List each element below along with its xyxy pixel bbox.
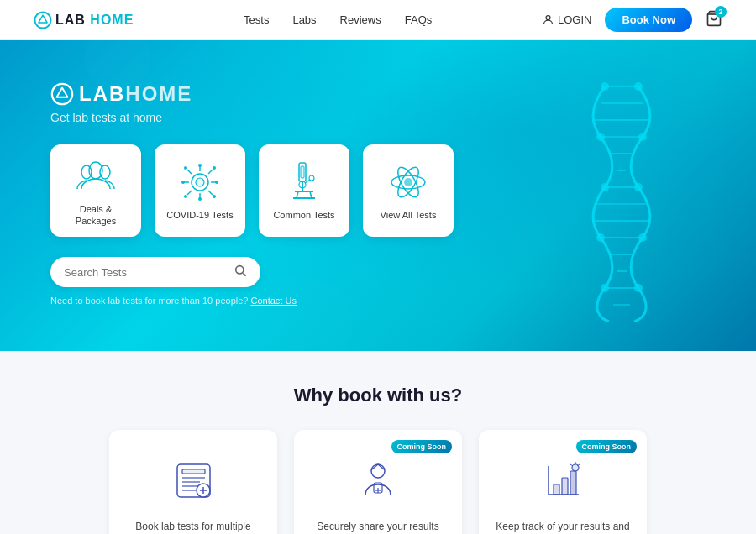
svg-point-20 [596, 133, 605, 141]
dna-svg [546, 78, 697, 322]
book-now-button[interactable]: Book Now [605, 8, 692, 32]
why-card-multiple-text: Book lab tests for multiple people in on… [126, 519, 260, 534]
common-tests-label: Common Tests [273, 209, 334, 221]
service-cards: Deals & Packages [50, 144, 454, 237]
why-card-share-text: Securely share your results with your do… [311, 519, 445, 534]
doctor-icon [353, 455, 403, 505]
svg-point-48 [213, 195, 216, 198]
nav-logo[interactable]: LAB HOME [34, 11, 134, 29]
svg-marker-29 [56, 88, 67, 97]
svg-point-2 [546, 16, 550, 20]
login-label: LOGIN [558, 13, 591, 26]
svg-point-56 [404, 178, 412, 186]
search-hint-text: Need to book lab tests for more than 10 … [50, 296, 248, 306]
svg-point-25 [638, 233, 647, 242]
nav-link-faqs[interactable]: FAQs [405, 13, 433, 26]
microscope-icon [282, 160, 326, 204]
coming-soon-badge-track: Coming Soon [576, 440, 638, 453]
svg-point-71 [371, 464, 385, 478]
why-card-multiple: Book lab tests for multiple people in on… [109, 430, 277, 534]
why-card-share: Coming Soon Securely share your results … [294, 430, 462, 534]
nav-links: Tests Labs Reviews FAQs [244, 13, 432, 26]
deals-packages-card[interactable]: Deals & Packages [50, 144, 141, 237]
svg-point-28 [52, 84, 72, 104]
svg-marker-1 [39, 15, 47, 23]
why-card-track: Coming Soon Keep track of your results a… [479, 430, 647, 534]
svg-point-49 [213, 166, 216, 170]
svg-point-27 [634, 284, 643, 292]
cart-badge: 2 [715, 6, 727, 18]
coming-soon-badge-share: Coming Soon [391, 440, 453, 453]
hero-section: LABHOME Get lab tests at home Deals & Pa… [0, 40, 756, 351]
svg-rect-79 [570, 471, 576, 495]
svg-point-22 [601, 183, 609, 191]
svg-point-46 [215, 181, 218, 184]
svg-point-23 [634, 183, 643, 191]
svg-point-34 [196, 178, 204, 186]
svg-line-39 [187, 170, 192, 174]
hero-logo-home: HOME [125, 82, 192, 105]
svg-point-0 [34, 12, 50, 28]
svg-point-24 [596, 233, 605, 242]
why-cards: Book lab tests for multiple people in on… [50, 430, 706, 534]
search-hint: Need to book lab tests for more than 10 … [50, 296, 297, 306]
svg-point-18 [601, 82, 609, 91]
search-button[interactable] [234, 264, 247, 280]
covid-tests-card[interactable]: COVID-19 Tests [155, 144, 245, 237]
svg-rect-52 [301, 166, 304, 178]
navbar: LAB HOME Tests Labs Reviews FAQs LOGIN B… [0, 0, 756, 40]
nav-logo-text: LAB HOME [55, 13, 134, 28]
svg-rect-63 [182, 469, 205, 474]
svg-point-44 [198, 197, 202, 201]
common-tests-card[interactable]: Common Tests [259, 144, 349, 237]
svg-point-32 [100, 165, 110, 179]
why-title: Why book with us? [50, 385, 706, 406]
nav-logo-lab: LAB [55, 13, 86, 27]
svg-point-43 [198, 164, 202, 167]
login-button[interactable]: LOGIN [542, 13, 591, 26]
hero-subtitle: Get lab tests at home [50, 111, 162, 124]
nav-logo-home: HOME [90, 13, 134, 27]
svg-line-40 [208, 191, 213, 195]
deals-label: Deals & Packages [59, 203, 133, 228]
user-icon [542, 13, 554, 26]
svg-point-47 [184, 166, 187, 170]
svg-point-50 [184, 195, 187, 198]
svg-line-42 [187, 191, 192, 195]
nav-link-reviews[interactable]: Reviews [340, 13, 381, 26]
nav-logo-icon [34, 11, 52, 29]
search-bar [50, 257, 260, 287]
svg-rect-78 [562, 478, 568, 495]
cart-icon[interactable]: 2 [706, 10, 722, 30]
view-all-tests-card[interactable]: View All Tests [363, 144, 454, 237]
svg-point-31 [81, 165, 92, 179]
atom-icon [386, 160, 430, 204]
svg-point-60 [236, 266, 244, 274]
nav-link-tests[interactable]: Tests [244, 13, 269, 26]
svg-point-45 [181, 181, 185, 184]
why-section: Why book with us? Book lab tests for mul… [0, 351, 756, 534]
multiple-people-icon [168, 455, 218, 505]
svg-rect-77 [554, 484, 559, 495]
hero-logo-icon [50, 82, 74, 106]
covid-icon [178, 160, 222, 204]
deals-icon [74, 154, 118, 198]
contact-link[interactable]: Contact Us [251, 296, 297, 306]
svg-point-26 [601, 284, 609, 292]
nav-actions: LOGIN Book Now 2 [542, 8, 722, 32]
hero-logo-text: LABHOME [79, 82, 192, 106]
search-icon [234, 264, 247, 277]
view-all-label: View All Tests [381, 209, 437, 221]
search-input[interactable] [64, 266, 234, 279]
svg-point-21 [638, 133, 647, 141]
nav-link-labs[interactable]: Labs [292, 13, 316, 26]
svg-line-41 [208, 170, 213, 174]
why-card-track-text: Keep track of your results and health tr… [496, 519, 630, 534]
dna-illustration [538, 74, 706, 326]
covid-label: COVID-19 Tests [166, 209, 233, 221]
hero-logo-lab: LAB [79, 82, 125, 105]
svg-line-61 [243, 273, 245, 275]
chart-icon [538, 455, 588, 505]
svg-point-55 [309, 175, 314, 181]
hero-logo: LABHOME [50, 82, 192, 106]
